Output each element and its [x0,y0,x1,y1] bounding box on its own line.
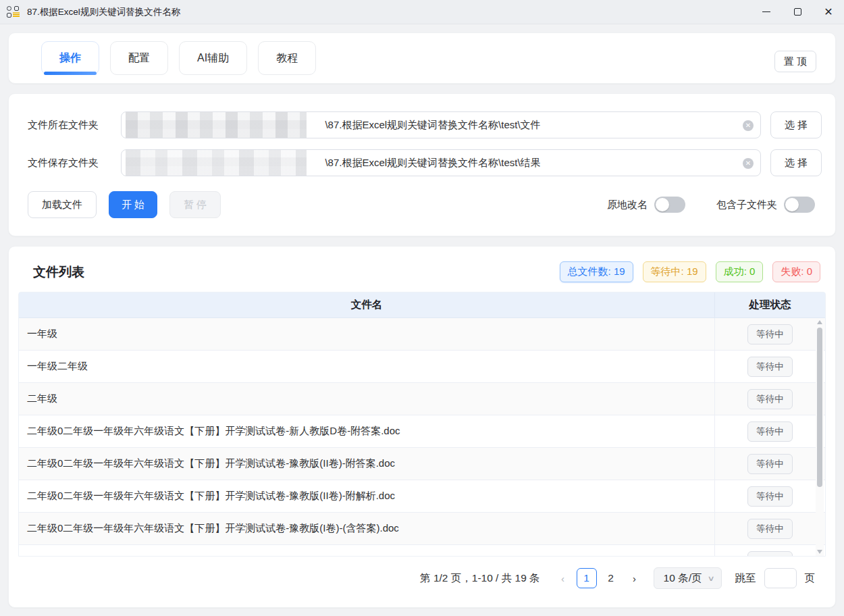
redacted-path-mosaic [126,112,307,138]
status-badge: 等待中 [747,486,793,507]
tab-bar: 操作 配置 AI辅助 教程 置 顶 [8,32,836,84]
tab-config[interactable]: 配置 [110,41,168,75]
tab-ai-assist[interactable]: AI辅助 [179,41,247,75]
load-files-button[interactable]: 加载文件 [28,191,97,218]
source-folder-label: 文件所在文件夹 [28,119,121,132]
source-folder-input[interactable]: \87.根据Excel规则关键词替换文件名称\test\文件 ✕ [121,111,761,138]
page-number-1[interactable]: 1 [577,568,597,588]
file-table: 文件名 处理状态 一年级 等待中 一年级二年级 等待中 二年级 等待中 二年级0… [18,292,826,557]
close-button[interactable]: ✕ [813,0,844,24]
file-list-panel: 文件列表 总文件数: 19 等待中: 19 成功: 0 失败: 0 文件名 处理… [8,246,836,608]
window-title: 87.根据Excel规则关键词替换文件名称 [27,6,751,18]
redacted-path-mosaic [126,150,307,176]
page-suffix-label: 页 [805,571,816,586]
table-row: 二年级0二年级一年级年六年级语文【下册】开学测试试卷-豫教版(I卷)-(含答案)… [19,513,825,545]
pin-on-top-button[interactable]: 置 顶 [774,51,816,72]
status-badge: 等待中 [747,519,793,539]
source-folder-value: \87.根据Excel规则关键词替换文件名称\test\文件 [325,119,540,132]
total-count-badge: 总文件数: 19 [560,261,633,282]
page-size-select[interactable]: 10 条/页 ∨ [654,567,722,589]
include-subfolders-label: 包含子文件夹 [716,199,777,211]
clear-source-icon[interactable]: ✕ [743,120,754,131]
column-header-status: 处理状态 [714,292,825,317]
scroll-down-icon[interactable] [817,550,822,554]
status-badge: 等待中 [747,454,793,474]
minimize-button[interactable] [751,0,782,24]
fail-count-badge: 失败: 0 [772,261,820,282]
table-row: 二年级0二年级一年级年六年级语文【下册】开学测试试卷-豫教版(II卷)-附解析.… [19,480,825,513]
jump-to-label: 跳至 [735,571,756,586]
table-row: 一年级二年级 等待中 [19,351,825,383]
maximize-button[interactable] [782,0,813,24]
clear-save-icon[interactable]: ✕ [743,158,754,169]
save-folder-value: \87.根据Excel规则关键词替换文件名称\test\结果 [325,157,540,170]
status-badge: 等待中 [747,324,793,344]
next-page-button[interactable]: › [625,568,644,588]
scrollbar-thumb[interactable] [817,328,822,487]
table-row: 二年级 等待中 [19,383,825,415]
select-save-button[interactable]: 选 择 [770,149,822,176]
table-scrollbar[interactable] [816,318,824,556]
table-header: 文件名 处理状态 [19,292,825,318]
jump-to-page-input[interactable] [764,568,797,588]
form-panel: 文件所在文件夹 \87.根据Excel规则关键词替换文件名称\test\文件 ✕… [8,93,836,236]
status-badge: 等待中 [747,389,793,409]
file-list-title: 文件列表 [33,263,84,281]
select-source-button[interactable]: 选 择 [770,111,822,138]
status-badge: 等待中 [747,551,793,557]
page-number-2[interactable]: 2 [601,568,621,588]
tab-tutorial[interactable]: 教程 [258,41,316,75]
start-button[interactable]: 开 始 [109,191,157,218]
success-count-badge: 成功: 0 [716,261,764,282]
save-folder-label: 文件保存文件夹 [28,157,121,170]
table-body: 一年级 等待中 一年级二年级 等待中 二年级 等待中 二年级0二年级一年级年六年… [19,318,825,556]
prev-page-button[interactable]: ‹ [554,568,573,588]
toggle-knob [656,198,669,211]
pagination-summary: 第 1/2 页，1-10 / 共 19 条 [420,571,539,586]
app-logo-icon [7,5,20,19]
waiting-count-badge: 等待中: 19 [643,261,706,282]
table-row: 二年级0二年级一年级年六年级语文【下册】开学测试试卷-豫教版(II卷)-附答案.… [19,448,825,480]
titlebar: 87.根据Excel规则关键词替换文件名称 ✕ [0,0,844,24]
pagination: 第 1/2 页，1-10 / 共 19 条 ‹ 1 2 › 10 条/页 ∨ 跳… [18,567,826,589]
table-row: 一年级 等待中 [19,318,825,351]
scroll-up-icon[interactable] [817,320,822,324]
toggle-knob [785,198,799,211]
save-folder-input[interactable]: \87.根据Excel规则关键词替换文件名称\test\结果 ✕ [121,149,761,176]
table-row: 二年级0二年级一年级年六年级语文【下册】开学测试试卷-新人教版D卷-附答案.do… [19,415,825,448]
tab-operation[interactable]: 操作 [41,41,99,75]
rename-in-place-toggle[interactable] [654,197,685,213]
status-badge: 等待中 [747,421,793,442]
status-badge: 等待中 [747,357,793,377]
include-subfolders-toggle[interactable] [784,197,815,213]
chevron-down-icon: ∨ [708,574,715,583]
column-header-filename: 文件名 [19,292,714,317]
table-row: 等待中 [19,545,825,556]
pause-button[interactable]: 暂 停 [169,191,221,218]
rename-in-place-label: 原地改名 [607,199,648,211]
